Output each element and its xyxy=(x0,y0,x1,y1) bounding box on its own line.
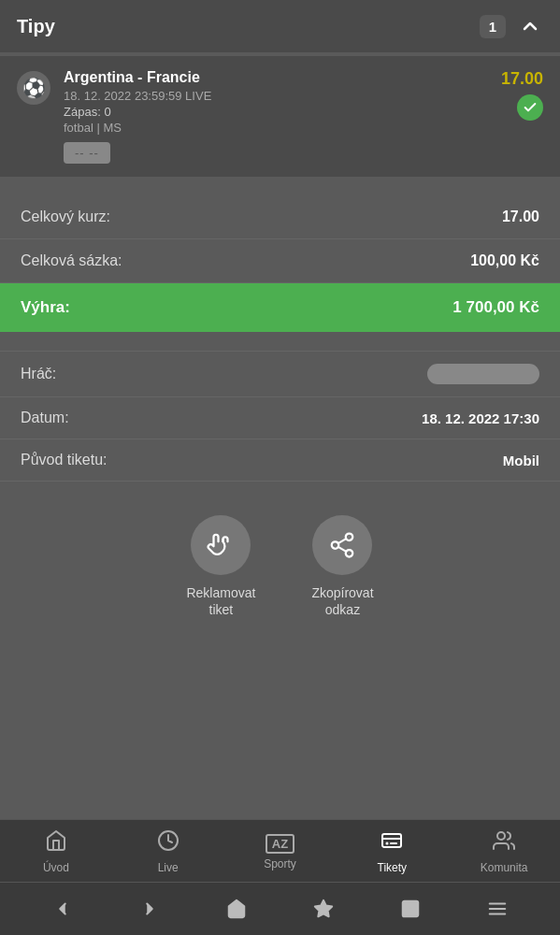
summary-table: Celkový kurz: 17.00 Celková sázka: 100,0… xyxy=(0,195,560,332)
match-odds: 17.00 xyxy=(501,69,543,89)
collapse-button[interactable] xyxy=(517,13,543,39)
match-title: Argentina - Francie xyxy=(64,69,488,86)
nav-item-live[interactable]: Live xyxy=(140,829,196,874)
nav-item-tikety[interactable]: Tikety xyxy=(364,829,420,874)
divider-1 xyxy=(0,177,560,195)
az-sporty-icon: AZ xyxy=(266,834,294,854)
system-bar: 8 xyxy=(0,882,560,935)
reklamovat-button[interactable]: Reklamovattiket xyxy=(186,515,255,618)
reklamovat-icon-circle xyxy=(191,515,251,575)
home-icon xyxy=(45,829,67,857)
match-check-icon xyxy=(517,94,543,121)
page-title: Tipy xyxy=(17,16,55,37)
header: Tipy 1 xyxy=(0,0,560,52)
komunita-icon xyxy=(493,829,515,857)
menu-button[interactable] xyxy=(481,892,514,926)
puvod-row: Původ tiketu: Mobil xyxy=(0,439,560,482)
header-actions: 1 xyxy=(480,13,543,39)
svg-text:8: 8 xyxy=(409,906,413,914)
puvod-value: Mobil xyxy=(503,453,539,468)
datum-row: Datum: 18. 12. 2022 17:30 xyxy=(0,397,560,439)
svg-line-3 xyxy=(338,547,347,552)
kurz-value: 17.00 xyxy=(502,209,539,225)
nav-label-sporty: Sporty xyxy=(264,857,296,870)
zkopirovat-button[interactable]: Zkopírovatodkaz xyxy=(311,515,373,618)
puvod-label: Původ tiketu: xyxy=(21,452,108,468)
hrac-label: Hráč: xyxy=(21,366,56,382)
nav-label-live: Live xyxy=(158,861,179,874)
sazka-label: Celková sázka: xyxy=(21,252,122,269)
zkopirovat-icon-circle xyxy=(312,515,372,575)
info-section: Hráč: Datum: 18. 12. 2022 17:30 Původ ti… xyxy=(0,351,560,482)
bookmark-button[interactable] xyxy=(307,892,340,926)
svg-point-10 xyxy=(497,832,505,840)
tabs-button[interactable]: 8 xyxy=(394,892,427,926)
match-info: Argentina - Francie 18. 12. 2022 23:59:5… xyxy=(64,69,488,164)
kurz-row: Celkový kurz: 17.00 xyxy=(0,195,560,239)
vyhra-value: 1 700,00 Kč xyxy=(452,298,539,317)
sazka-row: Celková sázka: 100,00 Kč xyxy=(0,239,560,283)
match-card: ⚽ Argentina - Francie 18. 12. 2022 23:59… xyxy=(0,56,560,177)
actions-section: Reklamovattiket Zkopírovatodkaz xyxy=(0,482,560,640)
vyhra-row: Výhra: 1 700,00 Kč xyxy=(0,283,560,332)
vyhra-label: Výhra: xyxy=(21,298,70,317)
match-time: 18. 12. 2022 23:59:59 LIVE xyxy=(64,89,488,103)
nav-label-komunita: Komunita xyxy=(481,861,528,874)
bottom-nav: Úvod Live AZ Sporty Tikety xyxy=(0,819,560,882)
datum-label: Datum: xyxy=(21,410,69,426)
datum-value: 18. 12. 2022 17:30 xyxy=(422,410,539,426)
player-bar xyxy=(427,364,539,384)
hrac-row: Hráč: xyxy=(0,351,560,397)
nav-label-tikety: Tikety xyxy=(378,861,408,874)
match-score: Zápas: 0 xyxy=(64,105,488,119)
nav-item-sporty[interactable]: AZ Sporty xyxy=(251,834,308,870)
forward-button[interactable] xyxy=(133,892,166,926)
kurz-label: Celkový kurz: xyxy=(21,209,110,225)
tips-badge: 1 xyxy=(480,15,506,38)
zkopirovat-label: Zkopírovatodkaz xyxy=(311,584,373,618)
match-sport-icon: ⚽ xyxy=(17,71,50,105)
match-bet-tag: -- -- xyxy=(64,142,110,164)
nav-item-uvod[interactable]: Úvod xyxy=(28,829,84,874)
match-category: fotbal | MS xyxy=(64,121,488,135)
sazka-value: 100,00 Kč xyxy=(470,252,539,269)
back-button[interactable] xyxy=(46,892,79,926)
tikety-icon xyxy=(381,829,403,857)
reklamovat-label: Reklamovattiket xyxy=(186,584,255,618)
svg-line-4 xyxy=(338,539,347,543)
system-home-button[interactable] xyxy=(220,892,253,926)
svg-rect-6 xyxy=(382,834,401,847)
live-icon xyxy=(157,829,179,857)
nav-label-uvod: Úvod xyxy=(43,861,69,874)
svg-marker-11 xyxy=(315,900,332,916)
nav-item-komunita[interactable]: Komunita xyxy=(476,829,532,874)
match-odds-area: 17.00 xyxy=(501,69,543,121)
